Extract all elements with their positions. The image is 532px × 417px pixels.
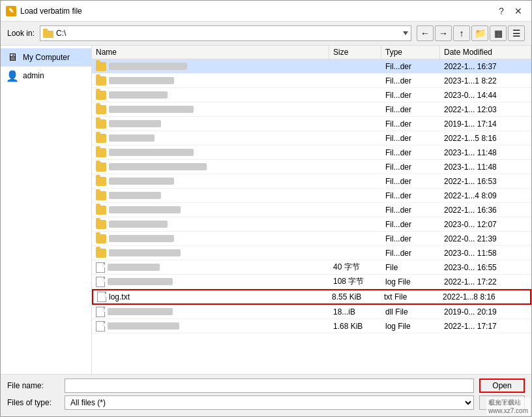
table-row[interactable]: ███████████Fil...der2023-0... 12:07 — [92, 217, 531, 232]
table-row[interactable]: log.txt8.55 KiBtxt File2022-1...8 8:16 — [92, 289, 531, 305]
file-size-cell — [329, 88, 381, 102]
file-type-cell: Fil...der — [381, 203, 440, 217]
sidebar: 🖥 My Computer 👤 admin — [1, 46, 92, 374]
folder-icon — [96, 206, 106, 215]
look-in-combo[interactable]: C:\ — [40, 25, 411, 41]
table-row[interactable]: ████████████Fil...der2023-1...1 8:22 — [92, 74, 531, 88]
table-row[interactable]: ██████████Fil...der2019-1... 17:14 — [92, 117, 531, 131]
toolbar-nav-buttons: ← → ↑ 📁 ▦ ☰ — [417, 25, 525, 41]
close-button[interactable]: ✕ — [510, 3, 526, 19]
view-details-button[interactable]: ☰ — [508, 25, 525, 41]
table-row[interactable]: ████████████████Fil...der2023-1... 11:48 — [92, 146, 531, 160]
file-size-cell — [329, 246, 381, 260]
file-name-row: File name: Open — [7, 378, 525, 393]
file-type-cell: Fil...der — [381, 146, 440, 159]
file-size-cell — [329, 59, 381, 73]
header-size[interactable]: Size — [329, 46, 381, 59]
file-date-cell: 2023-0... 11:58 — [440, 246, 531, 260]
table-row[interactable]: █████████████1.68 KiBlog File2022-1... 1… — [92, 319, 531, 333]
nav-forward-button[interactable]: → — [435, 25, 452, 41]
file-name-cell: ████████████████ — [92, 102, 329, 116]
file-name-blurred: ████████████ — [108, 278, 173, 285]
table-row[interactable]: ██████████Fil...der2022-1...4 8:09 — [92, 189, 531, 203]
table-row[interactable]: ██████████40 字节File2023-0... 16:55 — [92, 260, 531, 275]
file-type-cell: log File — [381, 319, 440, 333]
file-date-cell: 2022-1...5 8:16 — [440, 131, 531, 145]
file-date-cell: 2022-0... 21:39 — [440, 232, 531, 245]
file-name-cell: ██████████ — [92, 189, 329, 202]
folder-icon — [96, 148, 106, 157]
sidebar-item-my-computer[interactable]: 🖥 My Computer — [1, 48, 91, 67]
file-name-blurred: ███████████ — [109, 221, 168, 228]
file-type-cell: File — [381, 260, 440, 274]
view-list-button[interactable]: ▦ — [490, 25, 507, 41]
file-rows-container: ███████████████Fil...der2022-1... 16:37█… — [92, 59, 531, 333]
file-date-cell: 2022-1...8 8:16 — [439, 290, 530, 303]
file-size-cell — [329, 189, 381, 202]
file-name-cell: ████████████ — [92, 305, 329, 318]
file-date-cell: 2023-0... 16:55 — [440, 260, 531, 274]
file-type-cell: log File — [381, 275, 440, 288]
look-in-folder-icon — [43, 28, 53, 39]
sidebar-item-admin[interactable]: 👤 admin — [1, 67, 91, 85]
table-row[interactable]: ███████████████Fil...der2022-1... 16:37 — [92, 59, 531, 74]
file-size-cell: 1.68 KiB — [329, 319, 381, 333]
file-date-cell: 2022-1... 17:22 — [440, 275, 531, 288]
file-name-blurred: ████████████ — [109, 235, 174, 242]
table-row[interactable]: ████████████Fil...der2022-1... 16:53 — [92, 174, 531, 189]
computer-icon: 🖥 — [6, 51, 19, 64]
file-name-cell: ███████████ — [92, 88, 329, 102]
folder-icon — [96, 119, 106, 129]
file-name-label: File name: — [7, 381, 59, 390]
file-name-blurred: ██████████ — [109, 120, 161, 127]
file-name-blurred: █████████████ — [109, 249, 181, 256]
table-row[interactable]: ████████████108 字节log File2022-1... 17:2… — [92, 275, 531, 289]
file-name-blurred: ███████████ — [109, 91, 168, 99]
file-size-cell — [329, 102, 381, 116]
file-size-cell: 8.55 KiB — [328, 290, 380, 303]
header-type[interactable]: Type — [381, 46, 440, 59]
nav-up-button[interactable]: ↑ — [453, 25, 470, 41]
table-row[interactable]: █████████████Fil...der2022-1... 16:36 — [92, 203, 531, 217]
file-name-cell: █████████████ — [92, 203, 329, 217]
open-button[interactable]: Open — [479, 378, 525, 393]
file-date-cell: 2022-1... 16:36 — [440, 203, 531, 217]
table-row[interactable]: ██████████████████Fil...der2023-1... 11:… — [92, 160, 531, 174]
file-name-blurred: █████████████ — [109, 206, 181, 213]
new-folder-button[interactable]: 📁 — [471, 25, 488, 41]
file-date-cell: 2022-1...4 8:09 — [440, 189, 531, 202]
nav-back-button[interactable]: ← — [417, 25, 434, 41]
file-type-cell: Fil...der — [381, 131, 440, 145]
file-name-blurred: ████████████ — [109, 178, 174, 185]
toolbar: Look in: C:\ ← → ↑ 📁 ▦ ☰ — [1, 22, 531, 46]
file-name-input[interactable] — [65, 378, 474, 393]
file-name-cell: █████████████ — [92, 319, 329, 333]
svg-rect-1 — [43, 29, 48, 31]
file-name-blurred: ██████████████████ — [109, 163, 207, 170]
table-row[interactable]: ████████Fil...der2022-1...5 8:16 — [92, 131, 531, 146]
file-name-blurred: ██████████ — [108, 264, 160, 271]
header-date[interactable]: Date Modified — [440, 46, 531, 59]
table-row[interactable]: █████████████Fil...der2023-0... 11:58 — [92, 246, 531, 260]
header-name[interactable]: Name — [92, 46, 329, 59]
file-icon — [96, 321, 105, 332]
look-in-value: C:\ — [56, 29, 400, 38]
table-row[interactable]: ███████████Fil...der2023-0... 14:44 — [92, 88, 531, 102]
table-row[interactable]: ████████████████Fil...der2022-1... 12:03 — [92, 102, 531, 117]
file-name-cell: log.txt — [93, 290, 328, 303]
help-button[interactable]: ? — [494, 3, 509, 19]
folder-icon — [96, 191, 106, 200]
file-name-blurred: ████████████████ — [109, 149, 194, 156]
file-icon — [96, 307, 105, 317]
folder-icon — [96, 220, 106, 229]
file-date-cell: 2019-1... 17:14 — [440, 117, 531, 131]
file-name-cell: ████████████ — [92, 174, 329, 188]
file-list-header: Name Size Type Date Modified — [92, 46, 531, 59]
file-size-cell — [329, 232, 381, 245]
file-type-select[interactable]: All files (*) — [65, 395, 474, 410]
file-date-cell: 2022-1... 17:17 — [440, 319, 531, 333]
file-icon — [97, 292, 106, 302]
table-row[interactable]: ████████████Fil...der2022-0... 21:39 — [92, 232, 531, 246]
table-row[interactable]: ████████████18...iBdll File2019-0... 20:… — [92, 305, 531, 319]
file-type-cell: Fil...der — [381, 160, 440, 174]
